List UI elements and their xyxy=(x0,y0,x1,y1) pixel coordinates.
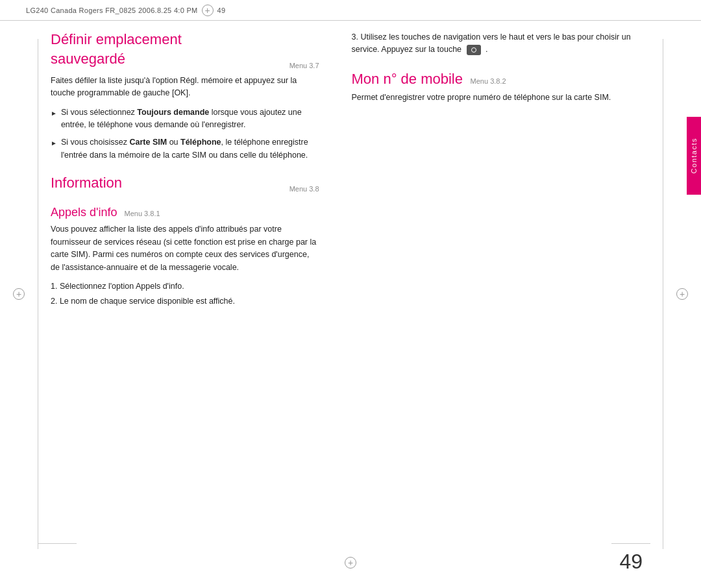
section-mon-numero-menu: Menu 3.8.2 xyxy=(471,77,506,85)
section-mon-numero-body: Permet d'enregistrer votre propre numéro… xyxy=(352,92,650,104)
bullet-item-1: ► Si vous sélectionnez Toujours demande … xyxy=(51,106,319,132)
header-text: LG240 Canada Rogers FR_0825 2006.8.25 4:… xyxy=(26,6,198,14)
section-information: Information Menu 3.8 Appels d'info Menu … xyxy=(51,175,319,308)
section-mon-numero: Mon n° de mobile Menu 3.8.2 Permet d'enr… xyxy=(352,71,650,104)
section-definir-title-row: Définir emplacement sauvegardé Menu 3.7 xyxy=(51,31,319,71)
right-step3-text: 3. Utilisez les touches de navigation ve… xyxy=(352,32,631,54)
left-column: Définir emplacement sauvegardé Menu 3.7 … xyxy=(51,31,339,543)
bullet-arrow-1: ► xyxy=(51,108,57,119)
content-area: Définir emplacement sauvegardé Menu 3.7 … xyxy=(51,31,650,543)
header-page-ref: 49 xyxy=(217,6,226,14)
section-definir-title-line2: sauvegardé xyxy=(51,51,182,67)
right-margin-line xyxy=(663,39,663,549)
numbered-item-1: 1. Sélectionnez l'option Appels d'info. xyxy=(51,280,319,293)
subsection-appels-title-text: Appels d'info xyxy=(51,206,117,219)
section-mon-numero-title-text: Mon n° de mobile xyxy=(352,71,463,87)
bottom-left-rule xyxy=(38,543,77,544)
left-reg-mark: + xyxy=(13,288,25,300)
numbered-item-2: 2. Le nom de chaque service disponible e… xyxy=(51,295,319,308)
contacts-tab: Contacts xyxy=(687,117,701,195)
right-step3-block: 3. Utilisez les touches de navigation ve… xyxy=(352,31,650,56)
right-step3-period: . xyxy=(486,45,487,54)
header-reg-mark xyxy=(202,5,214,16)
section-definir-title-line1: Définir emplacement xyxy=(51,31,182,48)
bottom-right-rule xyxy=(611,543,650,544)
bullet-item-2: ► Si vous choisissez Carte SIM ou Téléph… xyxy=(51,136,319,162)
subsection-appels-info: Appels d'info Menu 3.8.1 Vous pouvez aff… xyxy=(51,206,319,308)
bullet-text-1: Si vous sélectionnez Toujours demande lo… xyxy=(61,106,319,132)
section-mon-numero-title: Mon n° de mobile Menu 3.8.2 xyxy=(352,71,506,88)
bottom-reg-mark: + xyxy=(345,557,356,569)
page-number: 49 xyxy=(619,550,643,574)
section-definir-menu-label: Menu 3.7 xyxy=(289,62,319,69)
left-margin-line xyxy=(38,39,38,549)
section-definir-title: Définir emplacement sauvegardé xyxy=(51,31,182,71)
contacts-tab-label: Contacts xyxy=(690,138,698,173)
section-definir-intro: Faites défiler la liste jusqu'à l'option… xyxy=(51,75,319,100)
subsection-appels-title: Appels d'info Menu 3.8.1 xyxy=(51,206,319,219)
section-information-title-row: Information Menu 3.8 xyxy=(51,175,319,194)
bullet-text-2: Si vous choisissez Carte SIM ou Téléphon… xyxy=(61,136,319,162)
page-container: LG240 Canada Rogers FR_0825 2006.8.25 4:… xyxy=(0,0,701,588)
subsection-appels-menu: Menu 3.8.1 xyxy=(125,210,160,217)
bullet-arrow-2: ► xyxy=(51,138,57,149)
section-definir: Définir emplacement sauvegardé Menu 3.7 … xyxy=(51,31,319,162)
section-mon-numero-title-row: Mon n° de mobile Menu 3.8.2 xyxy=(352,71,650,88)
subsection-appels-body: Vous pouvez afficher la liste des appels… xyxy=(51,223,319,274)
section-information-title: Information xyxy=(51,175,122,191)
header-bar: LG240 Canada Rogers FR_0825 2006.8.25 4:… xyxy=(0,0,701,21)
section-information-menu-label: Menu 3.8 xyxy=(289,185,319,193)
touch-icon-inline xyxy=(467,45,481,55)
right-column: 3. Utilisez les touches de navigation ve… xyxy=(339,31,650,543)
right-reg-mark: + xyxy=(676,288,688,300)
